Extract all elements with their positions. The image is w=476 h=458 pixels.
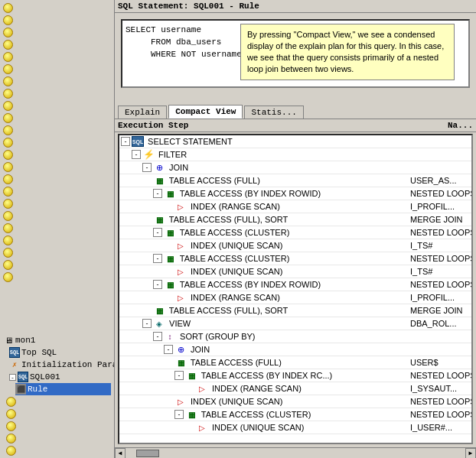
scroll-right-button[interactable]: ▶ bbox=[465, 448, 476, 459]
status-icon bbox=[3, 248, 13, 258]
status-icon bbox=[6, 409, 16, 419]
sidebar-icon-row bbox=[0, 2, 114, 14]
status-icon bbox=[3, 187, 13, 197]
status-icon bbox=[3, 40, 13, 50]
plan-row-ta10: - ▦ TABLE ACCESS (CLUSTER) NESTED LOOPS … bbox=[119, 408, 471, 421]
sidebar-icon-row bbox=[0, 246, 114, 258]
index-icon: ▷ bbox=[174, 266, 187, 277]
status-icon bbox=[3, 89, 13, 99]
status-icon bbox=[3, 235, 13, 245]
sql-header-label: SQL Statement: bbox=[118, 2, 188, 11]
join-icon: ⊕ bbox=[174, 344, 187, 355]
status-icon bbox=[3, 138, 13, 148]
status-icon bbox=[3, 64, 13, 74]
expand-icon[interactable]: - bbox=[153, 228, 162, 237]
status-icon bbox=[3, 3, 13, 13]
tab-stats[interactable]: Statis... bbox=[244, 106, 303, 119]
plan-name-idx6: ▷ INDEX (UNIQUE SCAN) bbox=[119, 396, 410, 407]
plan-row-ta6: - ▦ TABLE ACCESS (BY INDEX ROWID) NESTED… bbox=[119, 278, 471, 291]
plan-row-ta2: - ▦ TABLE ACCESS (BY INDEX ROWID) NESTED… bbox=[119, 187, 471, 200]
plan-row-filter: - ⚡ FILTER bbox=[119, 148, 471, 161]
sort-icon: ↕ bbox=[164, 331, 176, 342]
plan-row-select: - SQL SELECT STATEMENT bbox=[119, 135, 471, 148]
plan-node-text: JOIN bbox=[188, 345, 210, 354]
expand-icon[interactable]: - bbox=[142, 163, 152, 172]
plan-row-ta8: ▦ TABLE ACCESS (FULL) USER$ bbox=[119, 356, 471, 369]
sidebar-item-label: mon1 bbox=[15, 336, 35, 345]
tab-explain-label: Explain bbox=[125, 108, 160, 117]
sidebar-item-rule[interactable]: ⬛ Rule bbox=[15, 383, 111, 395]
sidebar-icon-row bbox=[0, 222, 114, 234]
plan-node-text: TABLE ACCESS (FULL), SORT bbox=[167, 306, 288, 315]
sidebar-item-initparam[interactable]: ✗ Initialization Para... bbox=[9, 359, 111, 371]
tooltip-text: By pressing "Compact View," we see a con… bbox=[247, 30, 444, 73]
plan-value-ta3: MERGE JOIN bbox=[410, 215, 473, 224]
plan-name-idx4: ▷ INDEX (RANGE SCAN) bbox=[119, 292, 410, 303]
expand-icon[interactable]: - bbox=[121, 137, 130, 146]
sidebar-icon-row bbox=[0, 112, 114, 124]
expand-icon[interactable]: - bbox=[174, 410, 184, 419]
execution-content[interactable]: - SQL SELECT STATEMENT - ⚡ FILTER - bbox=[118, 134, 473, 444]
plan-name-idx1: ▷ INDEX (RANGE SCAN) bbox=[119, 201, 410, 212]
sidebar-icon-row bbox=[3, 444, 111, 456]
sidebar-icon-row bbox=[0, 161, 114, 173]
sidebar-icon-row bbox=[0, 185, 114, 197]
status-icon bbox=[6, 421, 16, 431]
plan-value-idx5: I_SYSAUT... bbox=[410, 384, 473, 393]
plan-name-idx7: ▷ INDEX (UNIQUE SCAN) bbox=[119, 422, 410, 433]
plan-row-ta4: - ▦ TABLE ACCESS (CLUSTER) NESTED LOOPS … bbox=[119, 226, 471, 239]
status-icon bbox=[3, 211, 13, 221]
expand-icon[interactable]: - bbox=[142, 319, 152, 328]
filter-icon: ⚡ bbox=[142, 149, 155, 160]
scroll-left-button[interactable]: ◀ bbox=[115, 448, 126, 459]
expand-icon[interactable]: - bbox=[153, 189, 162, 198]
sidebar-item-mon1[interactable]: 🖥 mon1 bbox=[3, 334, 111, 346]
expand-icon[interactable]: - bbox=[153, 332, 162, 341]
index-icon: ▷ bbox=[174, 201, 187, 212]
plan-row-join2: - ⊕ JOIN bbox=[119, 343, 471, 356]
status-icon bbox=[3, 272, 13, 282]
status-icon bbox=[3, 199, 13, 209]
plan-name-select: - SQL SELECT STATEMENT bbox=[119, 136, 410, 147]
expand-icon[interactable]: - bbox=[153, 280, 162, 289]
table-icon: ▦ bbox=[164, 279, 176, 290]
plan-node-text: INDEX (UNIQUE SCAN) bbox=[188, 241, 282, 250]
plan-node-text: INDEX (UNIQUE SCAN) bbox=[188, 397, 282, 406]
expand-icon[interactable]: - bbox=[174, 371, 184, 380]
sidebar-item-topsql[interactable]: SQL Top SQL bbox=[9, 346, 111, 359]
plan-node-text: VIEW bbox=[167, 319, 191, 328]
plan-name-ta6: - ▦ TABLE ACCESS (BY INDEX ROWID) bbox=[119, 279, 410, 290]
plan-value-ta9: NESTED LOOPS bbox=[410, 371, 473, 380]
sidebar-icon-row bbox=[0, 38, 114, 50]
rule-icon: ⬛ bbox=[15, 384, 26, 395]
sidebar-icon-row bbox=[3, 432, 111, 444]
plan-value-ta1: USER_AS... bbox=[410, 176, 473, 185]
tab-compact[interactable]: Compact View bbox=[168, 105, 243, 119]
plan-node-text: JOIN bbox=[167, 163, 188, 172]
status-icon bbox=[6, 397, 16, 407]
sidebar-item-sql001[interactable]: - SQL SQL001 bbox=[9, 371, 111, 383]
index-icon: ▷ bbox=[196, 383, 208, 394]
plan-value-view1: DBA_ROL... bbox=[410, 319, 473, 328]
plan-value-idx4: I_PROFIL... bbox=[410, 293, 473, 302]
sidebar-icon-row bbox=[0, 99, 114, 112]
scroll-thumb[interactable] bbox=[136, 450, 159, 457]
plan-row-idx7: ▷ INDEX (UNIQUE SCAN) I_USER#... bbox=[119, 421, 471, 434]
plan-node-text: INDEX (UNIQUE SCAN) bbox=[188, 267, 282, 276]
horizontal-scrollbar[interactable]: ◀ ▶ bbox=[115, 447, 476, 458]
plan-name-join1: - ⊕ JOIN bbox=[119, 162, 410, 173]
plan-node-text: TABLE ACCESS (FULL) bbox=[188, 358, 282, 367]
plan-name-idx5: ▷ INDEX (RANGE SCAN) bbox=[119, 383, 410, 394]
expand-icon[interactable]: - bbox=[153, 254, 162, 263]
expand-icon[interactable]: - bbox=[164, 345, 173, 354]
tab-explain[interactable]: Explain bbox=[118, 106, 167, 119]
expand-icon[interactable]: - bbox=[132, 150, 141, 159]
sidebar-icon-row bbox=[0, 136, 114, 148]
plan-name-filter: - ⚡ FILTER bbox=[119, 149, 410, 160]
sidebar-icon-row bbox=[0, 87, 114, 99]
sidebar-icon-row bbox=[0, 63, 114, 75]
sidebar-item-label: Rule bbox=[28, 385, 47, 394]
sql-statement-header: SQL Statement: SQL001 - Rule bbox=[115, 0, 476, 13]
table-icon: ▦ bbox=[164, 253, 176, 264]
expand-icon[interactable]: - bbox=[9, 374, 16, 381]
